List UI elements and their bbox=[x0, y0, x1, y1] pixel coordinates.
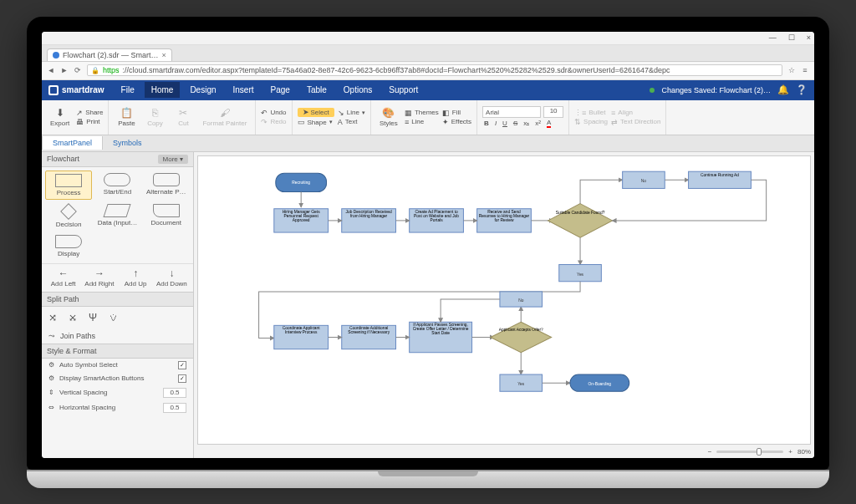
print-button[interactable]: 🖶Print bbox=[76, 118, 103, 126]
bold-button[interactable]: B bbox=[484, 120, 489, 127]
paste-button[interactable]: 📋Paste bbox=[114, 106, 139, 129]
align-icon: ≡ bbox=[611, 109, 615, 117]
window-minimize[interactable]: — bbox=[769, 33, 777, 42]
smartaction-row[interactable]: ⚙Display SmartAction Buttons✓ bbox=[42, 372, 193, 385]
line-style-button[interactable]: ≡Line bbox=[405, 118, 439, 126]
panel-tab-smartpanel[interactable]: SmartPanel bbox=[42, 136, 103, 150]
menu-support[interactable]: Support bbox=[382, 82, 425, 98]
undo-button[interactable]: ↶Undo bbox=[261, 109, 286, 117]
nav-back-icon[interactable]: ◄ bbox=[47, 66, 55, 74]
superscript-button[interactable]: x² bbox=[535, 120, 541, 127]
window-maximize[interactable]: ☐ bbox=[788, 33, 795, 42]
text-icon: A bbox=[338, 118, 343, 126]
redo-button[interactable]: ↷Redo bbox=[261, 118, 286, 126]
underline-button[interactable]: U bbox=[502, 120, 507, 127]
canvas[interactable]: Recruiting Hiring Manager Gets Personnel… bbox=[197, 155, 811, 445]
join-paths-row[interactable]: ⤳Join Paths bbox=[42, 328, 193, 344]
shape-palette: Process Start/End Alternate P… Decision … bbox=[42, 167, 193, 263]
font-family-select[interactable]: Arial bbox=[482, 106, 541, 118]
bookmark-star-icon[interactable]: ☆ bbox=[787, 66, 796, 74]
font-color-button[interactable]: A bbox=[547, 119, 551, 128]
auto-symbol-checkbox[interactable]: ✓ bbox=[178, 361, 186, 369]
align-button[interactable]: ≡Align bbox=[611, 109, 660, 117]
font-size-select[interactable]: 10 bbox=[543, 106, 563, 118]
copy-button[interactable]: ⎘Copy bbox=[142, 106, 167, 129]
address-bar[interactable]: 🔒 https ://cloud.smartdraw.com/editor.as… bbox=[87, 64, 782, 76]
spacing-icon: ⇅ bbox=[574, 118, 581, 126]
v-spacing-icon: ⇕ bbox=[48, 389, 54, 396]
shape-display[interactable]: Display bbox=[45, 232, 92, 260]
menu-design[interactable]: Design bbox=[183, 82, 222, 98]
format-painter-button[interactable]: 🖌Format Painter bbox=[199, 106, 250, 129]
more-shapes-button[interactable]: More ▾ bbox=[158, 155, 188, 164]
select-tool[interactable]: ➤Select bbox=[298, 108, 334, 117]
tab-title: Flowchart (2).sdr — Smart… bbox=[63, 51, 159, 59]
screen: — ☐ × Flowchart (2).sdr — Smart… × ◄ ► ⟳… bbox=[42, 32, 814, 458]
shape-process[interactable]: Process bbox=[45, 171, 92, 200]
ribbon-group-tools: ➤Select ▭Shape▾ ↘Line▾ AText bbox=[293, 100, 371, 135]
styles-button[interactable]: 🎨Styles bbox=[376, 106, 401, 129]
shape-startend[interactable]: Start/End bbox=[94, 171, 140, 200]
browser-menu-icon[interactable]: ≡ bbox=[801, 66, 809, 74]
shape-document[interactable]: Document bbox=[143, 201, 190, 231]
menu-file[interactable]: File bbox=[115, 82, 141, 98]
brand[interactable]: smartdraw bbox=[48, 85, 104, 95]
add-down-button[interactable]: ↓Add Down bbox=[154, 266, 190, 290]
split-multi-icon[interactable]: ⩒ bbox=[109, 312, 119, 323]
node-no1: No bbox=[623, 171, 665, 188]
italic-button[interactable]: I bbox=[495, 120, 497, 127]
shape-alternate[interactable]: Alternate P… bbox=[143, 171, 190, 200]
themes-button[interactable]: ▦Themes bbox=[405, 109, 439, 117]
menu-table[interactable]: Table bbox=[300, 82, 334, 98]
notification-icon[interactable]: 🔔 bbox=[777, 84, 789, 95]
shapes-header: Flowchart More ▾ bbox=[42, 152, 193, 167]
panel-tab-symbols[interactable]: Symbols bbox=[103, 136, 152, 150]
laptop-mockup: — ☐ × Flowchart (2).sdr — Smart… × ◄ ► ⟳… bbox=[27, 17, 829, 488]
undo-icon: ↶ bbox=[261, 109, 268, 117]
nav-forward-icon[interactable]: ► bbox=[60, 66, 69, 74]
menu-home[interactable]: Home bbox=[145, 82, 181, 98]
text-tool[interactable]: AText bbox=[338, 118, 365, 126]
h-spacing-input[interactable]: 0.5 bbox=[163, 403, 186, 413]
share-button[interactable]: ↗Share bbox=[76, 109, 103, 117]
smartaction-checkbox[interactable]: ✓ bbox=[178, 374, 186, 383]
fill-button[interactable]: ◧Fill bbox=[442, 109, 471, 117]
v-spacing-input[interactable]: 0.5 bbox=[163, 388, 186, 398]
window-close[interactable]: × bbox=[807, 33, 811, 42]
gear-icon: ⚙ bbox=[48, 374, 54, 382]
effects-button[interactable]: ✦Effects bbox=[442, 118, 471, 126]
auto-symbol-row[interactable]: ⚙Auto Symbol Select✓ bbox=[42, 359, 193, 372]
menu-insert[interactable]: Insert bbox=[227, 82, 261, 98]
add-up-button[interactable]: ↑Add Up bbox=[118, 266, 154, 290]
zoom-slider[interactable] bbox=[716, 451, 783, 453]
bullet-button[interactable]: ⋮≡Bullet bbox=[574, 109, 608, 117]
split-3-icon[interactable]: ⤩ bbox=[69, 312, 77, 323]
cut-button[interactable]: ✂Cut bbox=[171, 106, 196, 129]
export-button[interactable]: ⬇Export bbox=[47, 106, 73, 129]
menu-page[interactable]: Page bbox=[264, 82, 297, 98]
shape-decision[interactable]: Decision bbox=[45, 201, 92, 231]
shape-tool[interactable]: ▭Shape▾ bbox=[298, 118, 334, 126]
line-tool[interactable]: ↘Line▾ bbox=[338, 109, 365, 117]
node-b2: Job Description Received from Hiring Man… bbox=[342, 208, 396, 232]
shape-datainput[interactable]: Data (Input… bbox=[94, 201, 140, 231]
node-b3: Create Ad Placement to Post on Website a… bbox=[410, 208, 464, 232]
tab-close-icon[interactable]: × bbox=[162, 51, 166, 59]
strike-button[interactable]: S bbox=[513, 120, 517, 127]
split-2-icon[interactable]: ⤨ bbox=[48, 312, 57, 323]
split-tree-icon[interactable]: Ψ bbox=[89, 312, 97, 323]
browser-tab[interactable]: Flowchart (2).sdr — Smart… × bbox=[47, 48, 172, 61]
zoom-out-icon[interactable]: − bbox=[708, 448, 712, 456]
help-icon[interactable]: ❔ bbox=[796, 84, 808, 95]
add-right-button[interactable]: →Add Right bbox=[81, 266, 117, 290]
nav-reload-icon[interactable]: ⟳ bbox=[74, 66, 82, 74]
text-direction-button[interactable]: ⇄Text Direction bbox=[611, 118, 660, 126]
subscript-button[interactable]: x₂ bbox=[523, 120, 529, 127]
add-left-button[interactable]: ←Add Left bbox=[45, 266, 81, 290]
node-b1: Hiring Manager Gets Personnel Request Ap… bbox=[274, 208, 329, 232]
zoom-in-icon[interactable]: + bbox=[788, 448, 792, 456]
cursor-icon: ➤ bbox=[303, 109, 309, 116]
node-b7: If Applicant Passes Screening, Create Of… bbox=[410, 322, 472, 352]
spacing-button[interactable]: ⇅Spacing bbox=[574, 118, 608, 126]
menu-options[interactable]: Options bbox=[337, 82, 379, 98]
